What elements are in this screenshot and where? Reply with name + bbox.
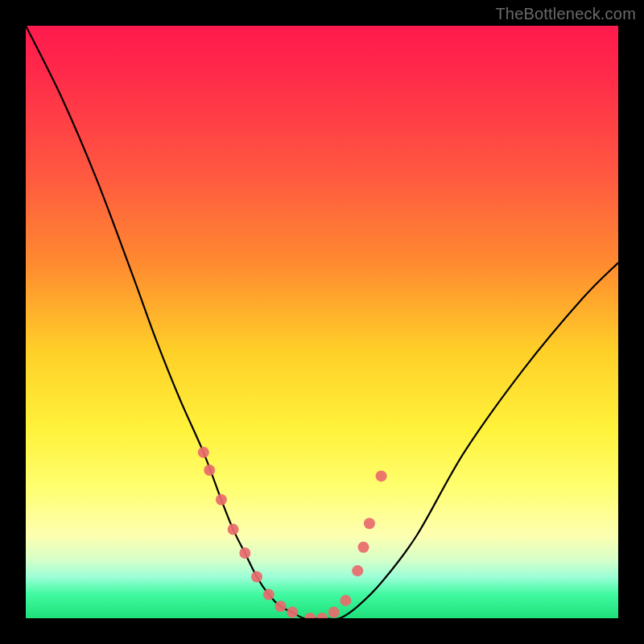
marker-dot <box>328 607 340 618</box>
plot-area <box>26 26 618 618</box>
marker-dot <box>358 542 369 553</box>
marker-dot <box>263 589 275 601</box>
marker-dot <box>204 464 215 476</box>
marker-dot <box>239 547 250 559</box>
marker-dot <box>275 601 287 612</box>
curve-layer <box>26 26 618 618</box>
bottleneck-curve <box>26 26 618 618</box>
marker-dot <box>228 524 239 535</box>
watermark-text: TheBottleneck.com <box>495 5 636 23</box>
highlight-markers <box>198 447 387 618</box>
marker-dot <box>364 518 375 529</box>
marker-dot <box>376 470 387 481</box>
marker-dot <box>251 572 262 583</box>
marker-dot <box>340 595 351 606</box>
marker-dot <box>304 613 316 618</box>
chart-frame: TheBottleneck.com <box>0 0 644 644</box>
marker-dot <box>216 494 227 506</box>
marker-dot <box>352 565 363 576</box>
marker-dot <box>287 607 298 618</box>
marker-dot <box>198 447 209 458</box>
marker-dot <box>316 613 328 618</box>
